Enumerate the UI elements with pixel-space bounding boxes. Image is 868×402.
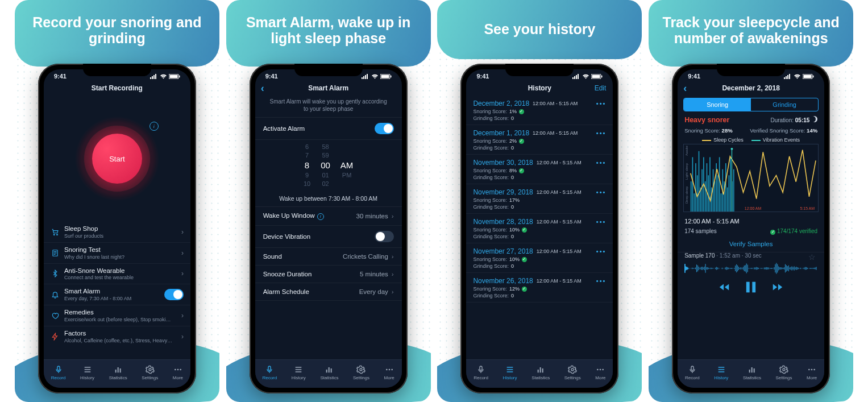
chevron-right-icon: › — [181, 333, 184, 341]
tab-more[interactable]: More — [384, 365, 394, 380]
tab-statistics[interactable]: Statistics — [109, 365, 127, 380]
start-record-button[interactable]: Start — [92, 134, 142, 184]
audio-waveform[interactable] — [684, 261, 817, 275]
setting-row[interactable]: SoundCrickets Calling › — [255, 248, 402, 265]
svg-point-216 — [813, 369, 815, 371]
tab-record[interactable]: Record — [474, 365, 488, 380]
list-item[interactable]: Snoring TestWhy did I snore last night? … — [44, 242, 190, 263]
back-button[interactable]: ‹ — [261, 83, 264, 93]
setting-row[interactable]: Device Vibration — [255, 226, 402, 247]
tab-settings[interactable]: Settings — [142, 365, 158, 380]
setting-row[interactable]: Wake Up Windowi30 minutes › — [255, 207, 402, 225]
tab-more[interactable]: More — [807, 365, 817, 380]
history-item[interactable]: November 29, 201812:00 AM - 5:15 AM••• S… — [466, 184, 613, 214]
tab-settings[interactable]: Settings — [353, 365, 369, 380]
tab-statistics[interactable]: Statistics — [531, 365, 550, 380]
time-picker[interactable]: 6 7 8 9 10 58 59 00 01 02 — [255, 140, 402, 189]
history-item[interactable]: November 27, 201812:00 AM - 5:15 AM••• S… — [466, 243, 613, 273]
activate-alarm-toggle[interactable] — [375, 123, 394, 134]
signal-icon — [362, 74, 369, 79]
list-item[interactable]: Smart AlarmEvery day, 7:30 AM - 8:00 AM — [44, 284, 190, 305]
picker-ampm[interactable]: AM PM — [340, 143, 354, 187]
tab-statistics[interactable]: Statistics — [743, 365, 761, 380]
svg-rect-40 — [480, 366, 482, 370]
more-icon[interactable]: ••• — [596, 277, 607, 284]
history-item[interactable]: November 26, 201812:00 AM - 5:15 AM••• S… — [466, 273, 613, 302]
promo-card-3: See your history 9:41 History Edit Decem… — [437, 0, 642, 402]
svg-rect-72 — [717, 175, 719, 212]
edit-button[interactable]: Edit — [595, 84, 607, 92]
list-item[interactable]: FactorsAlcohol, Caffeine (coffee, etc.),… — [44, 326, 190, 347]
svg-rect-82 — [733, 169, 734, 212]
more-icon[interactable]: ••• — [596, 189, 607, 196]
tab-history[interactable]: History — [503, 365, 517, 380]
list-item[interactable]: Sleep ShopSurf our products › — [44, 222, 190, 242]
more-icon[interactable]: ••• — [596, 130, 607, 136]
svg-rect-1 — [152, 76, 153, 79]
tab-more[interactable]: More — [595, 365, 605, 380]
more-icon[interactable]: ••• — [596, 159, 607, 166]
more-icon[interactable]: ••• — [596, 218, 607, 225]
setting-row[interactable]: Snooze Duration5 minutes › — [255, 266, 402, 283]
svg-rect-65 — [707, 163, 708, 212]
verified-check-icon: ✓ — [519, 168, 524, 173]
back-button[interactable]: ‹ — [683, 83, 687, 93]
tab-settings[interactable]: Settings — [776, 365, 792, 380]
history-item[interactable]: December 1, 201812:00 AM - 5:15 AM••• Sn… — [466, 125, 613, 155]
tab-statistics[interactable]: Statistics — [320, 365, 338, 380]
activate-alarm-row[interactable]: Activate Alarm — [255, 118, 402, 139]
more-icon[interactable]: ••• — [596, 100, 607, 107]
rewind-button[interactable] — [718, 281, 730, 293]
more-icon[interactable]: ••• — [596, 248, 607, 255]
svg-rect-56 — [692, 157, 693, 212]
list-item[interactable]: RemediesExercise/work out (before sleep)… — [44, 305, 190, 326]
svg-rect-19 — [363, 76, 364, 79]
tab-record[interactable]: Record — [685, 365, 700, 380]
navbar: ‹ Smart Alarm — [255, 81, 402, 96]
setting-row[interactable]: Alarm ScheduleEvery day › — [255, 283, 402, 300]
segment-snoring[interactable]: Snoring — [684, 98, 751, 111]
tab-more[interactable]: More — [173, 365, 183, 380]
star-icon[interactable]: ☆ — [808, 252, 817, 262]
pause-button[interactable] — [743, 279, 759, 295]
toggle[interactable] — [164, 289, 184, 300]
history-item[interactable]: November 28, 201812:00 AM - 5:15 AM••• S… — [466, 214, 613, 243]
bt-icon — [51, 270, 60, 277]
history-list[interactable]: December 2, 201812:00 AM - 5:15 AM••• Sn… — [466, 96, 613, 302]
toggle[interactable] — [375, 231, 394, 242]
svg-rect-70 — [715, 181, 716, 212]
segment-grinding[interactable]: Grinding — [751, 98, 818, 111]
svg-point-46 — [600, 369, 601, 371]
list-item[interactable]: Anti-Snore WearableConnect and test the … — [44, 263, 190, 284]
history-item[interactable]: November 30, 201812:00 AM - 5:15 AM••• S… — [466, 155, 613, 184]
tab-record[interactable]: Record — [262, 365, 277, 380]
picker-hour[interactable]: 6 7 8 9 10 — [304, 143, 310, 187]
svg-rect-11 — [115, 370, 116, 372]
picker-minute[interactable]: 58 59 00 01 02 — [321, 143, 330, 187]
svg-rect-3 — [155, 74, 156, 79]
tab-history[interactable]: History — [292, 365, 306, 380]
svg-rect-35 — [576, 75, 577, 79]
info-icon[interactable]: i — [149, 122, 159, 131]
svg-rect-42 — [540, 367, 541, 372]
audio-transport — [678, 275, 824, 296]
svg-rect-25 — [268, 366, 271, 370]
tab-bar: RecordHistoryStatisticsSettingsMore — [255, 359, 402, 388]
history-item[interactable]: December 2, 201812:00 AM - 5:15 AM••• Sn… — [466, 96, 613, 125]
svg-rect-36 — [578, 74, 579, 79]
page-title: Smart Alarm — [308, 84, 348, 92]
svg-rect-68 — [711, 188, 712, 212]
svg-point-16 — [177, 369, 179, 371]
svg-point-32 — [391, 369, 393, 371]
tab-history[interactable]: History — [80, 365, 94, 380]
tab-record[interactable]: Record — [51, 365, 66, 380]
forward-button[interactable] — [771, 281, 784, 293]
device-frame: 9:41 ‹ December 2, 2018 Snoring Grinding — [672, 64, 830, 393]
promo-banner: See your history — [437, 0, 642, 59]
tab-settings[interactable]: Settings — [564, 365, 581, 380]
segmented-control[interactable]: Snoring Grinding — [683, 98, 819, 111]
verify-samples-link[interactable]: Verify Samples — [678, 237, 824, 252]
tab-history[interactable]: History — [714, 365, 728, 380]
device-frame: 9:41 Start Recording Start i — [38, 64, 196, 393]
notch — [717, 64, 785, 76]
